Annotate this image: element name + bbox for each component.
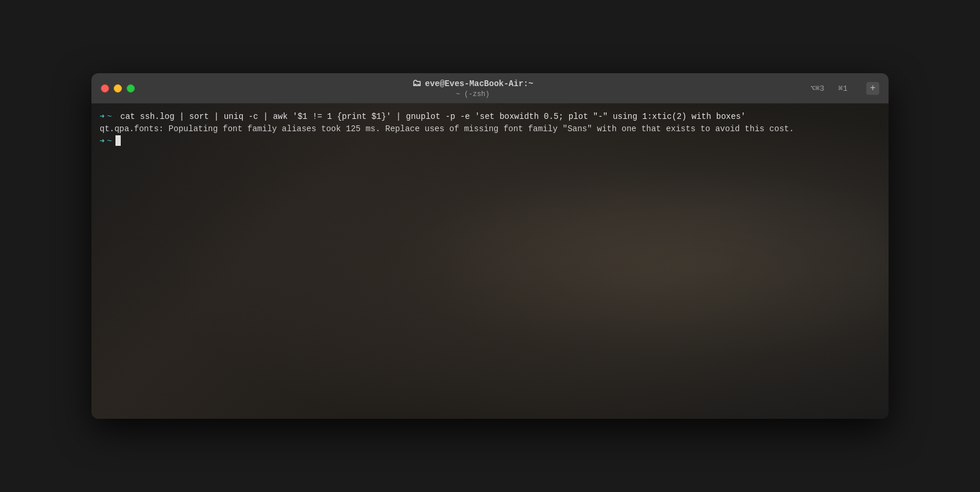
- folder-icon: 🗂: [412, 78, 421, 89]
- tab-item: ⌘1: [831, 81, 855, 95]
- titlebar-center: 🗂 eve@Eves-MacBook-Air:~ ~ (-zsh): [412, 78, 533, 98]
- titlebar-right: ⌥⌘3 ⌘1 +: [811, 81, 879, 95]
- shortcut-label: ⌥⌘3: [811, 84, 824, 93]
- close-button[interactable]: [101, 84, 109, 93]
- titlebar: 🗂 eve@Eves-MacBook-Air:~ ~ (-zsh) ⌥⌘3 ⌘1…: [91, 73, 889, 104]
- add-tab-button[interactable]: +: [866, 82, 879, 95]
- command-line-1: ➜ ~ cat ssh.log | sort | uniq -c | awk '…: [100, 111, 880, 123]
- command-text-1: cat ssh.log | sort | uniq -c | awk '$1 !…: [115, 111, 880, 123]
- output-line-1: qt.qpa.fonts: Populating font family ali…: [100, 123, 880, 135]
- window-subtitle: ~ (-zsh): [456, 90, 490, 98]
- minimize-button[interactable]: [114, 84, 122, 93]
- cursor: [115, 135, 121, 146]
- maximize-button[interactable]: [127, 84, 135, 93]
- prompt-arrow-2: ➜: [100, 135, 104, 148]
- tab-shortcut: ⌘1: [838, 84, 848, 93]
- terminal-window: 🗂 eve@Eves-MacBook-Air:~ ~ (-zsh) ⌥⌘3 ⌘1…: [91, 73, 889, 419]
- traffic-lights: [101, 84, 135, 93]
- command-line-2: ➜ ~: [100, 135, 880, 148]
- window-title: 🗂 eve@Eves-MacBook-Air:~: [412, 78, 533, 89]
- prompt-tilde-1: ~: [107, 111, 111, 123]
- prompt-arrow-1: ➜: [100, 111, 104, 123]
- title-text: eve@Eves-MacBook-Air:~: [425, 79, 533, 88]
- terminal-content[interactable]: ➜ ~ cat ssh.log | sort | uniq -c | awk '…: [91, 104, 889, 419]
- prompt-tilde-2: ~: [107, 135, 111, 148]
